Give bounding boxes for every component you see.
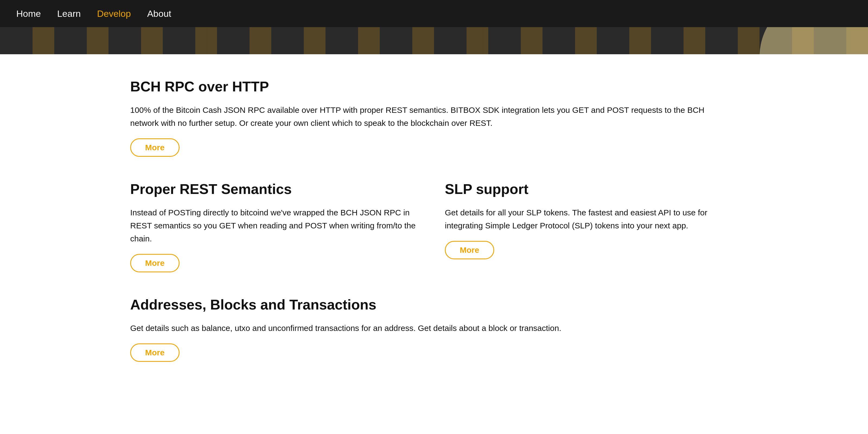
slp-support-section: SLP support Get details for all your SLP… bbox=[445, 179, 738, 272]
bch-rpc-description: 100% of the Bitcoin Cash JSON RPC availa… bbox=[130, 104, 727, 130]
nav-develop[interactable]: Develop bbox=[97, 7, 131, 21]
main-content: BCH RPC over HTTP 100% of the Bitcoin Ca… bbox=[108, 54, 760, 411]
hero-band bbox=[0, 27, 868, 54]
slp-support-description: Get details for all your SLP tokens. The… bbox=[445, 206, 738, 232]
addresses-more-button[interactable]: More bbox=[130, 343, 180, 362]
addresses-title: Addresses, Blocks and Transactions bbox=[130, 294, 738, 315]
slp-support-title: SLP support bbox=[445, 179, 738, 199]
two-col-grid: Proper REST Semantics Instead of POSTing… bbox=[130, 179, 738, 272]
addresses-section: Addresses, Blocks and Transactions Get d… bbox=[130, 294, 738, 362]
rest-semantics-title: Proper REST Semantics bbox=[130, 179, 423, 199]
nav-learn[interactable]: Learn bbox=[57, 7, 81, 21]
nav-home[interactable]: Home bbox=[16, 7, 41, 21]
rest-semantics-section: Proper REST Semantics Instead of POSTing… bbox=[130, 179, 423, 272]
addresses-description: Get details such as balance, utxo and un… bbox=[130, 322, 738, 335]
nav-about[interactable]: About bbox=[147, 7, 171, 21]
navigation: Home Learn Develop About bbox=[0, 0, 868, 27]
bch-rpc-more-button[interactable]: More bbox=[130, 138, 180, 157]
slp-support-more-button[interactable]: More bbox=[445, 241, 494, 259]
rest-semantics-description: Instead of POSTing directly to bitcoind … bbox=[130, 206, 423, 245]
bch-rpc-section: BCH RPC over HTTP 100% of the Bitcoin Ca… bbox=[130, 76, 738, 157]
rest-semantics-more-button[interactable]: More bbox=[130, 254, 180, 272]
bch-rpc-title: BCH RPC over HTTP bbox=[130, 76, 738, 97]
